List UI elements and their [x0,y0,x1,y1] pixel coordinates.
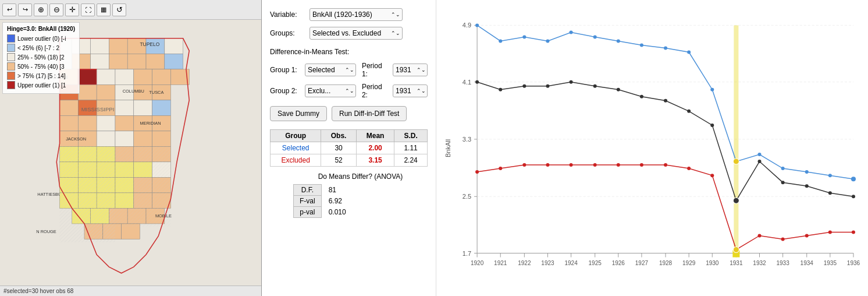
groups-select[interactable]: Selected vs. Excluded [310,27,403,40]
svg-text:TUPELO: TUPELO [140,41,159,47]
chart-svg[interactable]: 4.9 4.1 3.3 2.5 1.7 [454,6,862,290]
svg-rect-12 [165,54,183,69]
chart-column: BnkAll 4.9 [436,0,868,296]
svg-rect-11 [146,54,165,69]
col-group: Group [271,130,321,142]
group1-select[interactable]: Selected [305,64,356,76]
svg-text:1.7: 1.7 [463,250,471,257]
anova-area: Do Means Differ? (ANOVA) D.F. 81 F-val 6… [270,172,428,218]
variable-select-wrapper: BnkAll (1920-1936) ⌃⌄ [310,8,403,21]
svg-point-154 [710,88,714,91]
svg-point-183 [546,163,549,167]
toolbar-extent-btn[interactable]: ⛶ [81,3,95,16]
svg-point-189 [687,167,691,170]
toolbar-zoomout-btn[interactable]: ⊖ [49,3,63,16]
toolbar-fwd-btn[interactable]: ↪ [18,3,32,16]
svg-rect-47 [134,131,152,147]
legend-item-0: Lower outlier (0) [-i [7,34,75,43]
svg-rect-31 [115,100,134,116]
variable-select[interactable]: BnkAll (1920-1936) [310,8,403,21]
period2-select[interactable]: 1931 [393,84,428,97]
svg-rect-36 [78,115,97,131]
svg-text:MISSISSIPPI: MISSISSIPPI [81,106,115,112]
svg-rect-23 [97,84,115,100]
table-row: Selected 30 2.00 1.11 [271,142,428,154]
legend-swatch-1 [7,44,15,52]
svg-rect-16 [115,69,134,85]
svg-point-158 [805,170,809,174]
toolbar-refresh-btn[interactable]: ↺ [112,3,126,16]
row2-sd: 2.24 [394,154,428,167]
svg-text:1922: 1922 [518,260,531,266]
row2-obs: 52 [321,154,357,167]
svg-text:1921: 1921 [494,260,507,266]
svg-point-190 [710,174,714,177]
svg-point-182 [522,163,526,167]
svg-point-194 [805,234,809,237]
legend-item-3: 50% - 75% (40) [3 [7,62,75,71]
svg-rect-38 [115,115,134,131]
col-obs: Obs. [321,130,357,142]
svg-point-174 [757,160,761,163]
svg-rect-45 [97,131,115,147]
svg-point-164 [522,84,526,88]
svg-rect-14 [78,69,97,85]
svg-text:1935: 1935 [824,260,837,266]
groups-select-wrapper: Selected vs. Excluded ⌃⌄ [310,27,403,40]
legend-swatch-0 [7,34,15,43]
svg-point-198 [733,158,739,164]
map-toolbar: ↩ ↪ ⊕ ⊖ ✛ ⛶ ▦ ↺ [0,0,261,20]
svg-point-156 [757,153,761,156]
group2-label: Group 2: [270,87,301,95]
svg-point-159 [828,174,832,177]
anova-label-fval: F-val [294,196,322,207]
svg-point-184 [570,163,573,167]
svg-point-178 [852,195,855,198]
svg-rect-89 [115,146,170,227]
stats-table-area: Group Obs. Mean S.D. Selected 30 2.00 1.… [270,129,428,167]
toolbar-select-btn[interactable]: ▦ [97,3,111,16]
row1-mean: 2.00 [356,142,394,154]
table-row: Excluded 52 3.15 2.24 [271,154,428,167]
right-panel: Variable: BnkAll (1920-1936) ⌃⌄ Groups: … [262,0,868,296]
run-diff-button[interactable]: Run Diff-in-Diff Test [332,106,407,121]
svg-rect-46 [115,131,134,147]
toolbar-move-btn[interactable]: ✛ [65,3,79,16]
svg-rect-88 [97,146,115,242]
group2-select[interactable]: Exclu... [305,84,356,97]
row2-mean: 3.15 [356,154,394,167]
svg-point-187 [640,163,643,167]
svg-text:1932: 1932 [753,260,766,266]
svg-point-167 [593,84,597,88]
save-dummy-button[interactable]: Save Dummy [270,106,327,121]
groups-label: Groups: [270,29,305,37]
controls-column: Variable: BnkAll (1920-1936) ⌃⌄ Groups: … [262,0,436,296]
period1-select[interactable]: 1931 [393,64,428,76]
groups-row: Groups: Selected vs. Excluded ⌃⌄ [270,27,428,40]
svg-rect-28 [60,100,79,116]
svg-text:4.1: 4.1 [463,79,471,86]
svg-rect-32 [134,100,152,116]
svg-text:N ROUGE: N ROUGE [36,229,56,234]
variable-label: Variable: [270,10,305,19]
svg-point-144 [475,23,479,27]
svg-point-150 [617,39,620,43]
svg-text:1926: 1926 [612,260,625,266]
variable-row: Variable: BnkAll (1920-1936) ⌃⌄ [270,8,428,21]
svg-rect-15 [97,69,115,85]
buttons-row: Save Dummy Run Diff-in-Diff Test [270,106,428,121]
svg-rect-9 [109,54,127,69]
group1-row: Group 1: Selected ⌃⌄ Period 1: 1931 ⌃⌄ [270,62,428,78]
svg-point-169 [640,95,643,98]
svg-rect-35 [60,115,79,131]
svg-text:1923: 1923 [541,260,554,266]
toolbar-zoomin-btn[interactable]: ⊕ [34,3,48,16]
svg-point-161 [851,177,856,181]
svg-point-151 [640,43,643,47]
toolbar-back-btn[interactable]: ↩ [2,3,16,16]
svg-point-166 [570,80,573,84]
group1-label: Group 1: [270,66,301,74]
anova-title: Do Means Differ? (ANOVA) [293,172,428,181]
svg-point-165 [546,84,549,88]
svg-rect-10 [127,54,146,69]
